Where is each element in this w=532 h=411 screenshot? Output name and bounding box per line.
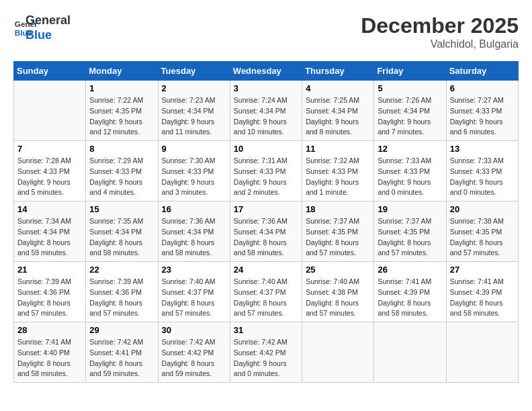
day-info: Sunrise: 7:37 AMSunset: 4:35 PMDaylight:…	[378, 216, 442, 259]
day-number: 16	[162, 204, 226, 214]
day-number: 4	[306, 83, 370, 93]
day-number: 24	[234, 265, 298, 275]
day-number: 11	[306, 144, 370, 154]
day-number: 22	[89, 265, 154, 275]
calendar-cell: 3Sunrise: 7:24 AMSunset: 4:34 PMDaylight…	[230, 81, 302, 141]
calendar-cell	[14, 81, 86, 141]
day-info: Sunrise: 7:42 AMSunset: 4:42 PMDaylight:…	[162, 337, 226, 379]
day-number: 21	[17, 265, 82, 275]
calendar-cell: 23Sunrise: 7:40 AMSunset: 4:37 PMDayligh…	[158, 262, 230, 322]
day-info: Sunrise: 7:33 AMSunset: 4:33 PMDaylight:…	[378, 156, 442, 198]
calendar-cell: 20Sunrise: 7:38 AMSunset: 4:35 PMDayligh…	[446, 201, 518, 262]
logo-blue: Blue	[26, 28, 71, 43]
day-info: Sunrise: 7:34 AMSunset: 4:34 PMDaylight:…	[17, 216, 82, 259]
weekday-header-row: SundayMondayTuesdayWednesdayThursdayFrid…	[14, 62, 519, 81]
weekday-header-friday: Friday	[374, 62, 446, 81]
day-info: Sunrise: 7:36 AMSunset: 4:34 PMDaylight:…	[162, 216, 226, 259]
calendar-cell	[302, 322, 374, 383]
day-info: Sunrise: 7:24 AMSunset: 4:34 PMDaylight:…	[234, 95, 298, 138]
day-info: Sunrise: 7:41 AMSunset: 4:39 PMDaylight:…	[450, 277, 515, 319]
month-title: December 2025	[361, 13, 519, 38]
calendar-cell: 1Sunrise: 7:22 AMSunset: 4:35 PMDaylight…	[86, 81, 158, 141]
calendar-cell: 30Sunrise: 7:42 AMSunset: 4:42 PMDayligh…	[158, 322, 230, 383]
weekday-header-monday: Monday	[86, 62, 158, 81]
day-info: Sunrise: 7:40 AMSunset: 4:37 PMDaylight:…	[234, 277, 298, 319]
weekday-header-thursday: Thursday	[302, 62, 374, 81]
day-info: Sunrise: 7:23 AMSunset: 4:34 PMDaylight:…	[162, 95, 226, 138]
day-info: Sunrise: 7:29 AMSunset: 4:33 PMDaylight:…	[89, 156, 154, 198]
day-number: 13	[450, 144, 515, 154]
day-number: 25	[306, 265, 370, 275]
day-info: Sunrise: 7:27 AMSunset: 4:33 PMDaylight:…	[450, 95, 515, 138]
calendar-cell: 19Sunrise: 7:37 AMSunset: 4:35 PMDayligh…	[374, 201, 446, 262]
weekday-header-tuesday: Tuesday	[158, 62, 230, 81]
day-number: 5	[378, 83, 442, 93]
title-area: December 2025 Valchidol, Bulgaria	[361, 13, 519, 50]
day-number: 1	[89, 83, 154, 93]
calendar-cell: 15Sunrise: 7:35 AMSunset: 4:34 PMDayligh…	[86, 201, 158, 262]
calendar-cell	[446, 322, 518, 383]
day-number: 8	[89, 144, 154, 154]
weekday-header-saturday: Saturday	[446, 62, 518, 81]
day-number: 7	[17, 144, 82, 154]
day-info: Sunrise: 7:41 AMSunset: 4:39 PMDaylight:…	[378, 277, 442, 319]
calendar-cell: 28Sunrise: 7:41 AMSunset: 4:40 PMDayligh…	[14, 322, 86, 383]
calendar-week-4: 21Sunrise: 7:39 AMSunset: 4:36 PMDayligh…	[14, 262, 519, 322]
day-number: 15	[89, 204, 154, 214]
calendar-cell: 5Sunrise: 7:26 AMSunset: 4:34 PMDaylight…	[374, 81, 446, 141]
calendar-table: SundayMondayTuesdayWednesdayThursdayFrid…	[13, 61, 519, 383]
day-number: 30	[162, 325, 226, 335]
calendar-week-3: 14Sunrise: 7:34 AMSunset: 4:34 PMDayligh…	[14, 201, 519, 262]
header: General Blue General Blue December 2025 …	[13, 13, 519, 50]
day-info: Sunrise: 7:42 AMSunset: 4:42 PMDaylight:…	[234, 337, 298, 379]
day-number: 23	[162, 265, 226, 275]
calendar-cell: 2Sunrise: 7:23 AMSunset: 4:34 PMDaylight…	[158, 81, 230, 141]
weekday-header-wednesday: Wednesday	[230, 62, 302, 81]
calendar-cell: 22Sunrise: 7:39 AMSunset: 4:36 PMDayligh…	[86, 262, 158, 322]
calendar-cell: 24Sunrise: 7:40 AMSunset: 4:37 PMDayligh…	[230, 262, 302, 322]
day-info: Sunrise: 7:38 AMSunset: 4:35 PMDaylight:…	[450, 216, 515, 259]
day-info: Sunrise: 7:22 AMSunset: 4:35 PMDaylight:…	[89, 95, 154, 138]
day-number: 18	[306, 204, 370, 214]
calendar-cell	[374, 322, 446, 383]
day-number: 17	[234, 204, 298, 214]
day-number: 12	[378, 144, 442, 154]
day-number: 2	[162, 83, 226, 93]
calendar-cell: 26Sunrise: 7:41 AMSunset: 4:39 PMDayligh…	[374, 262, 446, 322]
calendar-cell: 7Sunrise: 7:28 AMSunset: 4:33 PMDaylight…	[14, 141, 86, 201]
calendar-week-2: 7Sunrise: 7:28 AMSunset: 4:33 PMDaylight…	[14, 141, 519, 201]
day-number: 20	[450, 204, 515, 214]
logo-general: General	[26, 13, 71, 28]
calendar-cell: 13Sunrise: 7:33 AMSunset: 4:33 PMDayligh…	[446, 141, 518, 201]
calendar-cell: 9Sunrise: 7:30 AMSunset: 4:33 PMDaylight…	[158, 141, 230, 201]
day-info: Sunrise: 7:39 AMSunset: 4:36 PMDaylight:…	[89, 277, 154, 319]
calendar-cell: 11Sunrise: 7:32 AMSunset: 4:33 PMDayligh…	[302, 141, 374, 201]
day-number: 19	[378, 204, 442, 214]
day-info: Sunrise: 7:40 AMSunset: 4:37 PMDaylight:…	[162, 277, 226, 319]
calendar-cell: 29Sunrise: 7:42 AMSunset: 4:41 PMDayligh…	[86, 322, 158, 383]
calendar-cell: 25Sunrise: 7:40 AMSunset: 4:38 PMDayligh…	[302, 262, 374, 322]
day-number: 3	[234, 83, 298, 93]
calendar-cell: 10Sunrise: 7:31 AMSunset: 4:33 PMDayligh…	[230, 141, 302, 201]
day-info: Sunrise: 7:36 AMSunset: 4:34 PMDaylight:…	[234, 216, 298, 259]
calendar-cell: 21Sunrise: 7:39 AMSunset: 4:36 PMDayligh…	[14, 262, 86, 322]
day-number: 14	[17, 204, 82, 214]
logo: General Blue General Blue	[13, 13, 71, 42]
calendar-cell: 12Sunrise: 7:33 AMSunset: 4:33 PMDayligh…	[374, 141, 446, 201]
day-number: 31	[234, 325, 298, 335]
day-info: Sunrise: 7:37 AMSunset: 4:35 PMDaylight:…	[306, 216, 370, 259]
weekday-header-sunday: Sunday	[14, 62, 86, 81]
calendar-cell: 4Sunrise: 7:25 AMSunset: 4:34 PMDaylight…	[302, 81, 374, 141]
day-number: 9	[162, 144, 226, 154]
day-number: 29	[89, 325, 154, 335]
location-title: Valchidol, Bulgaria	[361, 38, 519, 50]
calendar-cell: 17Sunrise: 7:36 AMSunset: 4:34 PMDayligh…	[230, 201, 302, 262]
day-number: 28	[17, 325, 82, 335]
day-info: Sunrise: 7:41 AMSunset: 4:40 PMDaylight:…	[17, 337, 82, 379]
calendar-week-5: 28Sunrise: 7:41 AMSunset: 4:40 PMDayligh…	[14, 322, 519, 383]
day-info: Sunrise: 7:35 AMSunset: 4:34 PMDaylight:…	[89, 216, 154, 259]
day-number: 26	[378, 265, 442, 275]
day-info: Sunrise: 7:32 AMSunset: 4:33 PMDaylight:…	[306, 156, 370, 198]
day-number: 27	[450, 265, 515, 275]
day-info: Sunrise: 7:25 AMSunset: 4:34 PMDaylight:…	[306, 95, 370, 138]
